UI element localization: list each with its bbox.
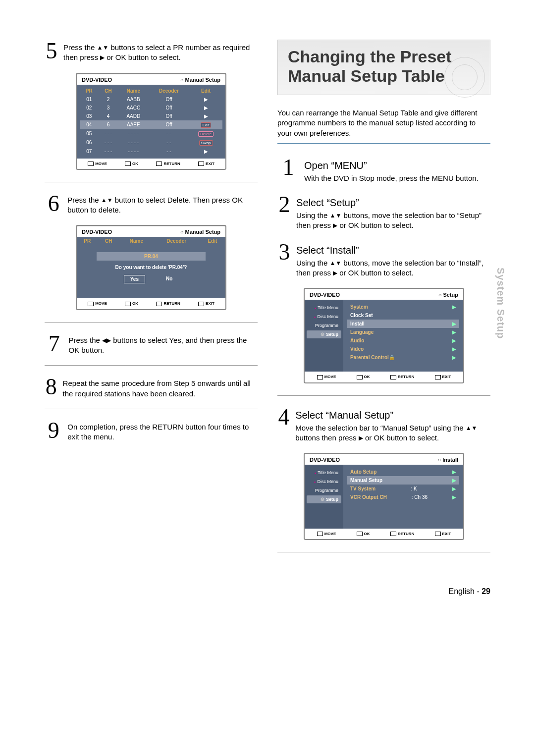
right-arrow-icon: ▶ xyxy=(452,329,456,335)
sidebar-item: Title Menu xyxy=(307,469,341,477)
right-icon: ▶ xyxy=(333,270,337,276)
table-row-selected: 046AAEEOffEdit xyxy=(80,120,222,129)
osd-main: System▶ Clock Set Install▶ Language▶ Aud… xyxy=(343,300,463,372)
step-text: Press the ▲▼ buttons to select a PR numb… xyxy=(63,40,258,63)
menu-item: TV System: K▶ xyxy=(347,485,459,493)
step-2: 2 Select “Setup” Using the ▲▼ buttons, m… xyxy=(277,193,490,231)
step-text: Repeat the same procedure from Step 5 on… xyxy=(63,376,258,399)
up-down-icon: ▲▼ xyxy=(466,425,478,432)
menu-item: Video▶ xyxy=(347,345,459,353)
sidebar-item: Title Menu xyxy=(307,304,341,312)
osd-title-left: DVD-VIDEO xyxy=(310,292,340,298)
step-desc: Move the selection bar to “Manual Setup”… xyxy=(295,423,490,443)
footer-exit: EXIT xyxy=(435,375,451,379)
right-arrow-icon: ▶ xyxy=(452,346,456,352)
separator xyxy=(45,365,258,366)
table-row: 07- - -- - - -- -▶ xyxy=(80,147,222,156)
osd-title-right: Manual Setup xyxy=(180,229,220,235)
right-icon: ▶ xyxy=(100,54,105,61)
right-arrow-icon: ▶ xyxy=(452,478,456,483)
table-row: 034AADDOff▶ xyxy=(80,112,222,120)
rule xyxy=(277,143,490,144)
text: Press the xyxy=(63,43,97,52)
footer-exit: EXIT xyxy=(198,301,214,306)
right-arrow-icon: ▶ xyxy=(452,486,456,491)
step-number: 2 xyxy=(277,193,291,231)
page-footer: English - 29 xyxy=(0,582,535,621)
osd-sidebar: Title Menu Disc Menu Programme Setup xyxy=(305,300,343,372)
menu-item: Audio▶ xyxy=(347,336,459,345)
banner-line2: Manual Setup Table xyxy=(288,66,445,85)
step-number: 8 xyxy=(45,376,58,399)
right-arrow-icon: ▶ xyxy=(452,494,456,500)
osd-delete-confirm: DVD-VIDEO Manual Setup PR CH Name Decode… xyxy=(76,225,226,310)
col-decoder: Decoder xyxy=(149,87,189,95)
col-pr: PR xyxy=(80,87,98,95)
left-column: 5 Press the ▲▼ buttons to select a PR nu… xyxy=(45,40,258,562)
step-number: 9 xyxy=(45,419,62,442)
text: or OK button to select. xyxy=(107,53,180,61)
step-7: 7 Press the ◀▶ buttons to select Yes, an… xyxy=(45,332,258,356)
sidebar-item: Disc Menu xyxy=(307,313,341,321)
right-column: Changing the Preset Manual Setup Table Y… xyxy=(277,40,490,562)
osd-title-left: DVD-VIDEO xyxy=(82,77,112,83)
step-6: 6 Press the ▲▼ button to select Delete. … xyxy=(45,192,258,216)
osd-title-left: DVD-VIDEO xyxy=(82,229,112,235)
right-arrow-icon: ▶ xyxy=(452,355,456,360)
table-row: 06- - -- - - -- -Swap xyxy=(80,138,222,147)
footer-return: RETURN xyxy=(390,532,414,536)
osd-sidebar: Title Menu Disc Menu Programme Setup xyxy=(305,465,343,529)
yes-button[interactable]: Yes xyxy=(124,275,145,283)
separator xyxy=(277,395,490,396)
right-arrow-icon: ▶ xyxy=(452,321,456,326)
footer-ok: OK xyxy=(357,532,370,536)
separator xyxy=(45,409,258,409)
edit-button: Edit xyxy=(201,122,212,128)
step-4: 4 Select “Manual Setup” Move the selecti… xyxy=(277,406,490,443)
footer-exit: EXIT xyxy=(198,162,214,166)
side-tab-label: System Setup xyxy=(495,268,506,339)
table-row: 05- - -- - - -- -Delete xyxy=(80,129,222,138)
right-arrow-icon: ▶ xyxy=(452,338,456,343)
step-number: 6 xyxy=(45,192,62,216)
right-icon: ▶ xyxy=(333,222,337,229)
right-arrow-icon: ▶ xyxy=(452,469,456,475)
step-3: 3 Select “Install” Using the ▲▼ buttons,… xyxy=(277,241,490,278)
osd-footer: MOVE OK RETURN EXIT xyxy=(77,159,225,169)
menu-item-selected: Install▶ xyxy=(347,320,459,328)
item-value: : Ch 36 xyxy=(412,494,428,500)
col-ch: CH xyxy=(98,87,118,95)
step-desc: Using the ▲▼ buttons, move the selection… xyxy=(296,211,490,231)
step-desc: Using the ▲▼ buttons, move the selection… xyxy=(296,258,490,278)
up-down-icon: ▲▼ xyxy=(329,260,341,267)
separator xyxy=(45,182,258,182)
intro-text: You can rearrange the Manual Setup Table… xyxy=(277,108,490,138)
delete-button: Delete xyxy=(198,131,214,137)
item-value: : K xyxy=(411,486,417,491)
menu-item: System▶ xyxy=(347,303,459,311)
osd-title-right: Setup xyxy=(438,292,458,298)
step-title: Select “Manual Setup” xyxy=(295,409,490,422)
decorative-circles-icon xyxy=(430,62,485,92)
step-title: Select “Install” xyxy=(296,244,490,257)
footer-ok: OK xyxy=(125,301,138,306)
osd-main: Auto Setup▶ Manual Setup▶ TV System: K▶ … xyxy=(343,465,463,529)
right-arrow-icon: ▶ xyxy=(452,304,456,310)
step-9: 9 On completion, press the RETURN button… xyxy=(45,419,258,442)
osd-footer: MOVE OK RETURN EXIT xyxy=(305,372,463,382)
step-title: Select “Setup” xyxy=(296,196,490,210)
footer-page-number: 29 xyxy=(482,587,490,595)
menu-item: Language▶ xyxy=(347,328,459,336)
footer-return: RETURN xyxy=(156,301,180,306)
sidebar-item-selected: Setup xyxy=(307,330,341,338)
step-number: 1 xyxy=(277,156,299,183)
no-button[interactable]: No xyxy=(160,275,178,283)
footer-return: RETURN xyxy=(390,375,414,379)
menu-item: Auto Setup▶ xyxy=(347,468,459,476)
step-number: 4 xyxy=(277,406,290,443)
up-down-icon: ▲▼ xyxy=(101,197,113,204)
osd-title-left: DVD-VIDEO xyxy=(310,457,340,463)
step-8: 8 Repeat the same procedure from Step 5 … xyxy=(45,376,258,399)
separator xyxy=(45,322,258,323)
step-number: 3 xyxy=(277,241,291,278)
